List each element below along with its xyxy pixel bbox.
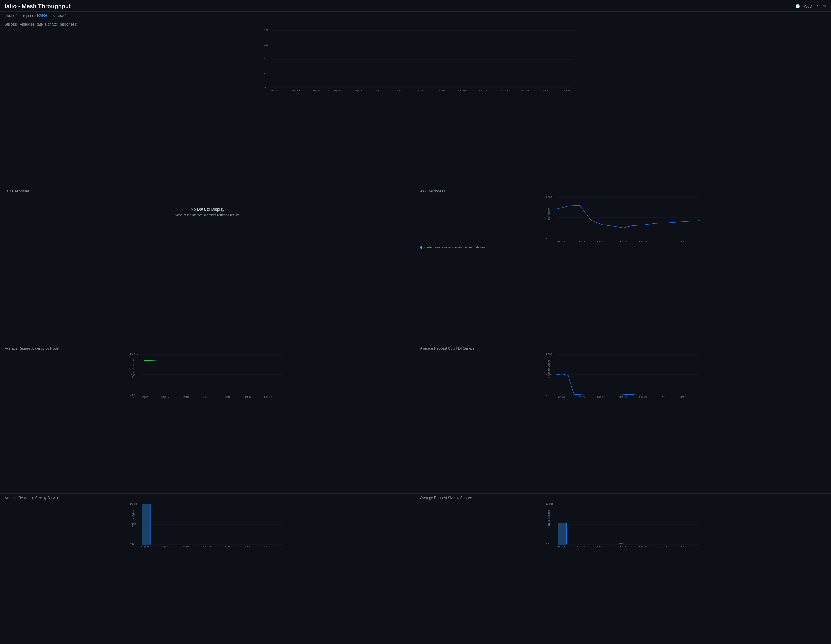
fivexx-panel: 5XX Responses No Data to Display None of… <box>0 187 416 343</box>
svg-text:Oct 17: Oct 17 <box>680 240 688 243</box>
reporter-label: reporter <box>23 14 35 17</box>
svg-text:Oct 13: Oct 13 <box>660 545 667 548</box>
svg-text:Oct 09: Oct 09 <box>639 240 647 243</box>
svg-text:Oct 05: Oct 05 <box>417 89 425 92</box>
row-latency-count: Average Request Latency by Node 1.67 m 5… <box>0 344 831 494</box>
svg-text:Oct 05: Oct 05 <box>619 240 627 243</box>
svg-text:Sep 27: Sep 27 <box>161 545 170 548</box>
svg-text:Oct 09: Oct 09 <box>224 396 231 399</box>
svg-text:Sep 23: Sep 23 <box>557 396 565 399</box>
page-title: Istio - Mesh Throughput <box>5 3 71 10</box>
svg-text:Oct 13: Oct 13 <box>500 89 508 92</box>
svg-text:Oct 17: Oct 17 <box>264 545 272 548</box>
svg-text:Oct 17: Oct 17 <box>680 545 688 548</box>
avg-request-size-panel: Average Request Size by Service 10 MB 5 … <box>416 494 831 643</box>
svg-text:1,000: 1,000 <box>546 196 552 199</box>
svg-text:Sep 27: Sep 27 <box>577 240 586 243</box>
svg-text:4,000: 4,000 <box>546 353 552 356</box>
reporter-value[interactable]: source <box>37 13 47 18</box>
avg-response-size-title: Average Response Size by Service <box>5 496 411 500</box>
svg-text:Sep 25: Sep 25 <box>312 89 321 92</box>
fourxx-legend: cluster=ankit-istio service=istio-ingres… <box>420 246 826 249</box>
svg-text:Sep 23: Sep 23 <box>291 89 300 92</box>
svg-text:Oct 05: Oct 05 <box>619 396 627 399</box>
svg-text:Oct 17: Oct 17 <box>264 396 272 399</box>
fivexx-title: 5XX Responses <box>5 189 411 193</box>
svg-text:Oct 09: Oct 09 <box>639 545 647 548</box>
svg-text:Sep 27: Sep 27 <box>577 545 586 548</box>
fivexx-no-data: No Data to Display None of the metrics s… <box>5 194 411 229</box>
svg-text:Sep 23: Sep 23 <box>557 545 565 548</box>
header-controls: 🕐 -30D ↻ ▽ <box>795 4 826 8</box>
svg-text:Oct 13: Oct 13 <box>660 396 667 399</box>
svg-text:Oct 13: Oct 13 <box>244 396 252 399</box>
svg-text:Oct 05: Oct 05 <box>619 545 627 548</box>
svg-text:100: 100 <box>264 43 269 46</box>
row-response-request-size: Average Response Size by Service 10 MB 5… <box>0 494 831 643</box>
svg-text:Oct 05: Oct 05 <box>203 396 211 399</box>
fourxx-legend-label: cluster=ankit-istio service=istio-ingres… <box>424 246 484 249</box>
svg-text:Oct 17: Oct 17 <box>680 396 688 399</box>
service-value[interactable]: * <box>65 13 67 18</box>
svg-text:Request Bytes: Request Bytes <box>132 510 135 527</box>
dashboard: Success Response Rate (Non 5xx Responses… <box>0 20 831 643</box>
svg-line-47 <box>144 360 158 361</box>
refresh-icon[interactable]: ↻ <box>816 4 820 8</box>
svg-text:%: % <box>264 58 266 60</box>
fourxx-title: 4XX Responses <box>420 189 826 193</box>
service-filter[interactable]: service * <box>53 13 67 18</box>
avg-latency-chart: 1.67 m 50 s 0 ms Request Latency Sep 23 … <box>5 351 411 399</box>
svg-text:Oct 01: Oct 01 <box>597 240 605 243</box>
cluster-label: cluster <box>5 14 15 17</box>
cluster-value[interactable]: * <box>16 13 18 18</box>
svg-text:Request Count: Request Count <box>548 360 550 378</box>
svg-text:1.67 m: 1.67 m <box>130 353 138 356</box>
service-label: service <box>53 14 64 17</box>
svg-text:0 B: 0 B <box>130 543 134 546</box>
svg-text:Oct 09: Oct 09 <box>458 89 466 92</box>
svg-text:Sep 27: Sep 27 <box>577 396 586 399</box>
svg-text:Oct 09: Oct 09 <box>224 545 231 548</box>
svg-rect-76 <box>142 504 151 545</box>
clock-icon: 🕐 <box>795 4 800 8</box>
svg-text:Sep 21: Sep 21 <box>271 89 279 92</box>
svg-text:0 ms: 0 ms <box>130 393 136 396</box>
avg-response-size-chart: 10 MB 5 MB 0 B Request Bytes Sep 23 Sep … <box>5 501 411 549</box>
svg-text:Oct 17: Oct 17 <box>542 89 550 92</box>
svg-text:Sep 29: Sep 29 <box>354 89 363 92</box>
svg-text:0: 0 <box>264 86 266 89</box>
svg-text:Oct 01: Oct 01 <box>597 545 605 548</box>
avg-count-title: Average Request Count by Service <box>420 347 826 350</box>
svg-text:150: 150 <box>264 29 269 32</box>
avg-response-size-panel: Average Response Size by Service 10 MB 5… <box>0 494 416 643</box>
filter-icon[interactable]: ▽ <box>823 4 826 8</box>
svg-text:10 MB: 10 MB <box>130 502 137 505</box>
reporter-filter[interactable]: reporter source <box>23 13 47 18</box>
svg-text:Request Latency: Request Latency <box>132 358 135 377</box>
svg-text:Oct 01: Oct 01 <box>181 396 189 399</box>
success-rate-chart: 150 100 % 50 0 Sep 21 Sep 23 Sep 25 Sep … <box>5 27 826 92</box>
fourxx-legend-dot <box>420 246 422 249</box>
svg-text:Oct 15: Oct 15 <box>521 89 529 92</box>
svg-text:0: 0 <box>546 236 547 239</box>
svg-text:Sep 23: Sep 23 <box>141 545 149 548</box>
cluster-filter[interactable]: cluster * <box>5 13 18 18</box>
fivexx-no-data-sub: None of the metrics searches returned re… <box>175 213 240 217</box>
filter-bar: cluster * reporter source service * <box>0 11 831 20</box>
row-5xx-4xx: 5XX Responses No Data to Display None of… <box>0 187 831 344</box>
svg-text:Oct 09: Oct 09 <box>639 396 647 399</box>
svg-text:Oct 11: Oct 11 <box>479 89 487 92</box>
avg-count-panel: Average Request Count by Service 4,000 2… <box>416 344 831 493</box>
avg-latency-panel: Average Request Latency by Node 1.67 m 5… <box>0 344 416 493</box>
svg-text:4XX Count: 4XX Count <box>548 208 550 221</box>
time-range[interactable]: -30D <box>804 4 812 8</box>
success-rate-title: Success Response Rate (Non 5xx Responses… <box>5 22 826 26</box>
svg-text:Oct 13: Oct 13 <box>660 240 667 243</box>
svg-text:10 MB: 10 MB <box>546 502 553 505</box>
svg-text:Oct 07: Oct 07 <box>438 89 445 92</box>
svg-text:50: 50 <box>264 72 267 75</box>
svg-text:Oct 03: Oct 03 <box>396 89 404 92</box>
svg-text:Oct 01: Oct 01 <box>597 396 605 399</box>
svg-text:Oct 01: Oct 01 <box>375 89 383 92</box>
svg-text:Oct 05: Oct 05 <box>203 545 211 548</box>
